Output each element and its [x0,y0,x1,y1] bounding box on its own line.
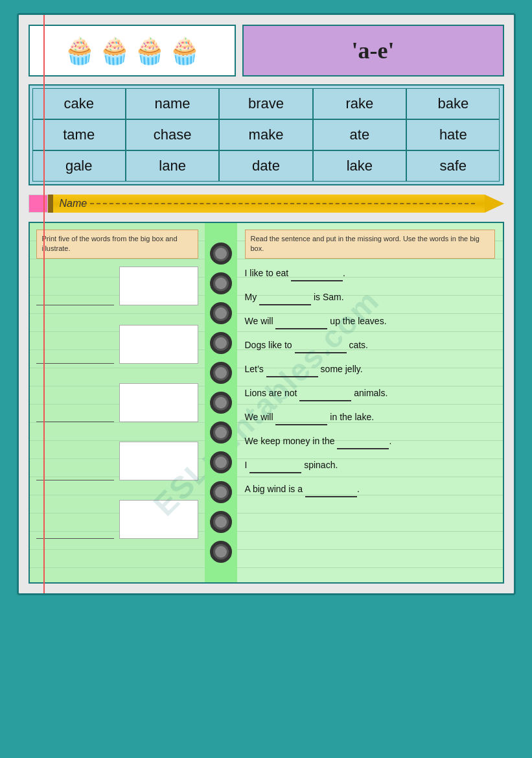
left-instruction: Print five of the words from the big box… [36,230,198,259]
blank-6[interactable] [299,386,351,401]
top-section: 🧁 🧁 🧁 🧁 'a-e' [29,25,504,77]
word-cell: cake [32,88,126,119]
main-page: 🧁 🧁 🧁 🧁 'a-e' cake name brave rake bake … [17,13,516,595]
word-cell: date [219,150,312,182]
sentence-2: My is Sam. [245,290,495,305]
name-underline[interactable] [90,203,474,204]
word-row-1 [36,266,198,305]
sentence-4: Dogs like to cats. [245,338,495,353]
word-cell: hate [406,119,500,150]
cupcake-1: 🧁 [64,38,96,64]
illus-box-2 [119,325,198,364]
sentence-3-text: We will up the leaves. [245,316,387,326]
sentence-10-text: A big wind is a . [245,484,360,494]
sentence-10: A big wind is a . [245,482,495,497]
ring-7 [210,421,232,444]
blank-3[interactable] [275,314,327,329]
ring-9 [210,481,232,503]
sentence-7: We will in the lake. [245,410,495,425]
ring-5 [210,362,232,384]
word-cell: safe [406,150,500,182]
ring-6 [210,392,232,414]
ring-3 [210,302,232,324]
sentence-5: Let’s some jelly. [245,362,495,377]
word-row-2 [36,325,198,364]
ae-label: 'a-e' [242,25,504,77]
blank-1[interactable] [291,266,343,281]
sentence-7-text: We will in the lake. [245,412,375,422]
sentence-1: I like to eat . [245,266,495,281]
sentence-6: Lions are not animals. [245,386,495,401]
blank-7[interactable] [275,410,327,425]
word-row-5 [36,500,198,539]
ring-11 [210,541,232,563]
word-cell: bake [406,88,500,119]
sentence-5-text: Let’s some jelly. [245,364,363,374]
pencil-eraser [29,195,48,213]
sentence-2-text: My is Sam. [245,292,344,302]
sentence-9-text: I spinach. [245,460,338,470]
sentence-3: We will up the leaves. [245,314,495,329]
cupcake-3: 🧁 [133,38,166,64]
word-cell: make [219,119,312,150]
cupcake-4: 🧁 [168,38,201,64]
blank-10[interactable] [305,482,357,497]
blank-9[interactable] [249,458,301,473]
ring-8 [210,451,232,473]
illus-box-1 [119,266,198,305]
blank-8[interactable] [337,434,389,449]
bottom-section: Print five of the words from the big box… [29,222,504,584]
write-line-5[interactable] [36,523,114,539]
blank-4[interactable] [295,338,347,353]
write-line-2[interactable] [36,348,114,364]
cupcake-2: 🧁 [98,38,131,64]
word-cell: ate [313,119,406,150]
illus-box-4 [119,442,198,480]
ring-10 [210,511,232,533]
word-grid-container: cake name brave rake bake tame chase mak… [29,84,504,185]
ring-2 [210,272,232,294]
word-cell: lane [126,150,219,182]
illus-box-3 [119,383,198,422]
write-line-1[interactable] [36,290,114,305]
right-instruction: Read the sentence and put in the missing… [245,230,495,259]
spiral-binding [205,223,237,582]
sentence-8: We keep money in the . [245,434,495,449]
word-cell: tame [32,119,126,150]
word-row-3 [36,383,198,422]
illus-box-5 [119,500,198,539]
left-column: Print five of the words from the big box… [30,223,205,582]
word-grid: cake name brave rake bake tame chase mak… [32,88,500,182]
sentence-4-text: Dogs like to cats. [245,340,369,350]
write-line-3[interactable] [36,407,114,422]
sentence-6-text: Lions are not animals. [245,388,388,398]
name-row: Name [29,195,504,213]
sentence-9: I spinach. [245,458,495,473]
sentence-1-text: I like to eat . [245,268,345,278]
word-cell: gale [32,150,126,182]
right-column: Read the sentence and put in the missing… [237,223,503,582]
word-row-4 [36,442,198,480]
cupcake-box: 🧁 🧁 🧁 🧁 [29,25,236,77]
sentence-8-text: We keep money in the . [245,436,392,446]
write-line-4[interactable] [36,465,114,480]
pencil-body: Name [48,195,485,213]
word-cell: rake [313,88,406,119]
word-cell: brave [219,88,312,119]
pencil-tip [485,195,504,213]
word-cell: name [126,88,219,119]
name-label: Name [60,198,87,209]
ring-4 [210,332,232,354]
blank-2[interactable] [259,290,311,305]
blank-5[interactable] [266,362,318,377]
word-cell: chase [126,119,219,150]
word-cell: lake [313,150,406,182]
ring-1 [210,243,232,265]
